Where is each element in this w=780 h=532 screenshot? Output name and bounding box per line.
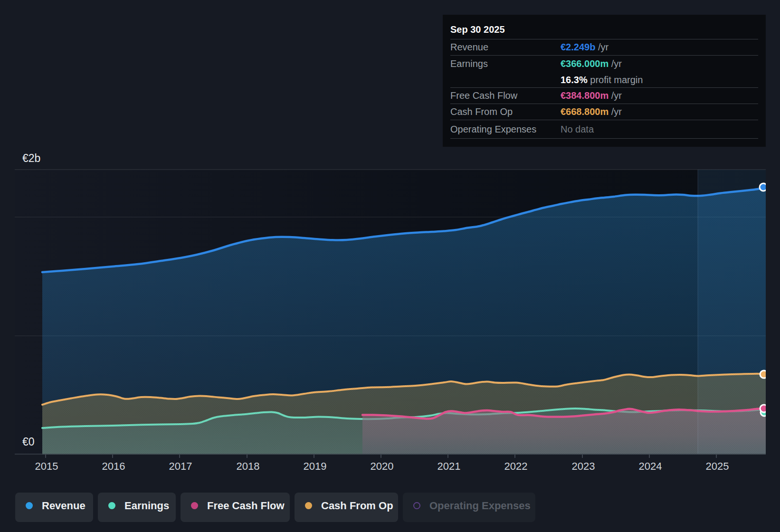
svg-text:2021: 2021 xyxy=(438,460,461,472)
svg-text:2015: 2015 xyxy=(35,460,58,472)
svg-text:2016: 2016 xyxy=(102,460,125,472)
svg-text:2020: 2020 xyxy=(371,460,394,472)
svg-text:€2b: €2b xyxy=(22,152,40,164)
svg-text:2018: 2018 xyxy=(237,460,260,472)
svg-text:2023: 2023 xyxy=(572,460,595,472)
svg-text:2024: 2024 xyxy=(639,460,662,472)
svg-text:2022: 2022 xyxy=(504,460,528,472)
svg-text:2025: 2025 xyxy=(706,460,729,472)
svg-text:2019: 2019 xyxy=(304,460,327,472)
svg-text:€0: €0 xyxy=(22,436,35,448)
svg-text:2017: 2017 xyxy=(169,460,192,472)
